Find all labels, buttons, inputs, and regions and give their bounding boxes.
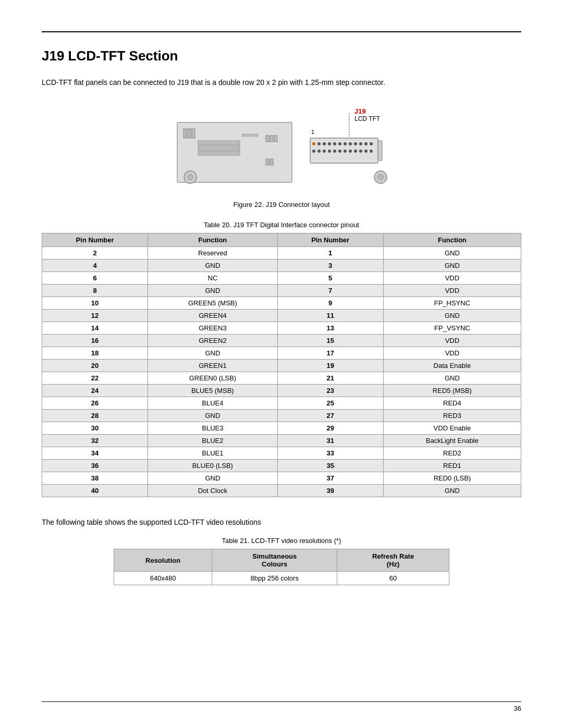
right-pin-number: 39 [277,485,383,497]
left-pin-number: 22 [42,372,148,385]
left-pin-number: 28 [42,410,148,422]
left-pin-number: 6 [42,272,148,285]
right-function: BackLight Enable [383,435,521,447]
svg-rect-5 [198,146,240,150]
left-function: BLUE2 [148,435,277,447]
left-function: BLUE4 [148,397,277,410]
svg-rect-49 [255,134,258,137]
left-function: GND [148,347,277,360]
svg-rect-6 [198,151,240,155]
table-row: 12GREEN411GND [42,310,521,322]
svg-rect-48 [251,134,254,137]
pinout-table: Pin Number Function Pin Number Function … [42,233,521,497]
right-function: RED2 [383,447,521,460]
table20-caption: Table 20. J19 TFT Digital Interface conn… [42,221,521,229]
left-pin-number: 18 [42,347,148,360]
connector-diagram: J19 LCD TFT 1 [172,107,391,195]
left-function: GREEN3 [148,322,277,335]
right-pin-number: 29 [277,422,383,435]
svg-point-37 [354,150,357,153]
table-row: 20GREEN119Data Enable [42,360,521,372]
right-pin-number: 13 [277,322,383,335]
table-row: 2Reserved1GND [42,247,521,260]
svg-point-21 [333,142,336,145]
table-row: 18GND17VDD [42,347,521,360]
svg-rect-8 [270,135,273,142]
left-pin-number: 36 [42,460,148,472]
right-pin-number: 11 [277,310,383,322]
left-pin-number: 32 [42,435,148,447]
left-pin-number: 4 [42,260,148,272]
svg-point-23 [344,142,347,145]
table-row: 22GREEN0 (LSB)21GND [42,372,521,385]
left-function: GND [148,260,277,272]
left-pin-number: 34 [42,447,148,460]
table-row: 26BLUE425RED4 [42,397,521,410]
svg-point-18 [317,142,321,145]
res-header-refresh: Refresh Rate(Hz) [337,549,449,572]
right-pin-number: 27 [277,410,383,422]
right-function: RED3 [383,410,521,422]
left-pin-number: 2 [42,247,148,260]
left-pin-number: 20 [42,360,148,372]
right-function: GND [383,310,521,322]
svg-point-28 [370,142,373,145]
right-function: GND [383,247,521,260]
col-header-pin2: Pin Number [277,233,383,247]
svg-point-19 [323,142,326,145]
table-row: 640x4808bpp 256 colors60 [114,572,449,585]
svg-point-39 [364,150,368,153]
left-function: BLUE1 [148,447,277,460]
table-row: 16GREEN215VDD [42,335,521,347]
right-pin-number: 25 [277,397,383,410]
left-pin-number: 14 [42,322,148,335]
right-pin-number: 15 [277,335,383,347]
right-function: VDD [383,335,521,347]
table-row: 6NC5VDD [42,272,521,285]
right-function: GND [383,372,521,385]
svg-rect-11 [270,159,273,165]
left-pin-number: 16 [42,335,148,347]
left-function: GREEN5 (MSB) [148,297,277,310]
right-function: VDD [383,285,521,297]
left-function: GREEN2 [148,335,277,347]
right-pin-number: 21 [277,372,383,385]
svg-rect-10 [266,159,269,165]
col-header-pin1: Pin Number [42,233,148,247]
right-pin-number: 37 [277,472,383,485]
svg-point-38 [359,150,362,153]
left-function: BLUE5 (MSB) [148,385,277,397]
bottom-border [42,701,521,702]
right-function: FP_VSYNC [383,322,521,335]
table-row: 32BLUE231BackLight Enable [42,435,521,447]
right-function: FP_HSYNC [383,297,521,310]
right-pin-number: 17 [277,347,383,360]
page-title: J19 LCD-TFT Section [42,48,521,64]
table-row: 14GREEN313FP_VSYNC [42,322,521,335]
left-pin-number: 26 [42,397,148,410]
right-function: VDD Enable [383,422,521,435]
svg-point-22 [338,142,341,145]
svg-text:LCD TFT: LCD TFT [354,115,381,122]
svg-point-25 [354,142,357,145]
svg-point-26 [359,142,362,145]
table-row: 24BLUE5 (MSB)23RED5 (MSB) [42,385,521,397]
left-pin-number: 38 [42,472,148,485]
svg-point-32 [328,150,331,153]
figure-caption: Figure 22. J19 Connector layout [42,201,521,208]
table21-caption: Table 21. LCD-TFT video resolutions (*) [42,537,521,545]
table-row: 10GREEN5 (MSB)9FP_HSYNC [42,297,521,310]
col-header-func2: Function [383,233,521,247]
left-pin-number: 30 [42,422,148,435]
left-function: GND [148,410,277,422]
table-row: 8GND7VDD [42,285,521,297]
svg-point-33 [333,150,336,153]
left-function: GREEN0 (LSB) [148,372,277,385]
table-row: 4GND3GND [42,260,521,272]
table-row: 30BLUE329VDD Enable [42,422,521,435]
left-function: BLUE0 (LSB) [148,460,277,472]
section-text: The following table shows the supported … [42,518,521,526]
table-row: 38GND37RED0 (LSB) [42,472,521,485]
table-row: 40Dot Clock39GND [42,485,521,497]
right-pin-number: 35 [277,460,383,472]
